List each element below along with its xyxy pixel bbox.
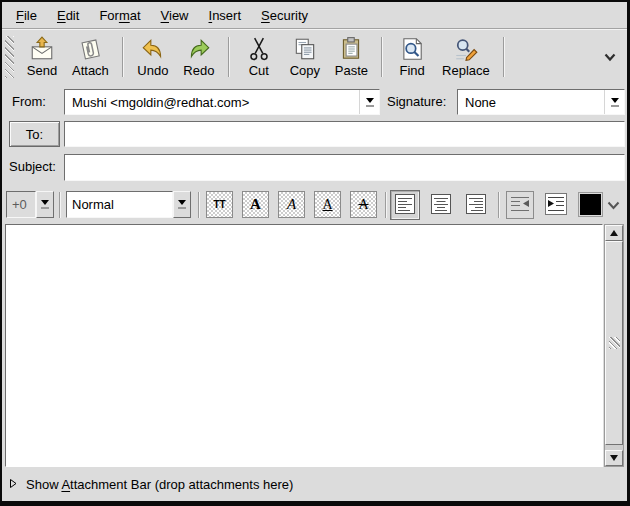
scroll-down-button[interactable] [605, 450, 623, 466]
font-size-selector[interactable]: +0 [6, 191, 54, 218]
italic-toggle[interactable]: A [278, 191, 305, 218]
font-size-dropdown-arrow-icon[interactable] [36, 191, 54, 218]
format-separator [498, 192, 500, 218]
menu-edit-label: Edit [57, 8, 79, 23]
copy-button[interactable]: Copy [282, 34, 328, 80]
menu-format-label: Format [99, 8, 140, 23]
find-icon [399, 36, 425, 62]
underline-toggle[interactable]: A [314, 191, 341, 218]
format-separator [198, 192, 200, 218]
menu-edit[interactable]: Edit [47, 5, 89, 26]
signature-label: Signature: [387, 89, 446, 115]
replace-icon [453, 36, 479, 62]
paragraph-style-dropdown-arrow-icon[interactable] [173, 191, 191, 218]
align-left-icon [395, 194, 415, 217]
menu-file[interactable]: File [6, 5, 47, 26]
menu-security[interactable]: Security [251, 5, 318, 26]
copy-label: Copy [290, 63, 320, 78]
subject-label: Subject: [9, 154, 56, 180]
bold-icon: A [250, 196, 261, 213]
paragraph-style-selector[interactable]: Normal [66, 191, 191, 218]
mail-compose-window: File Edit Format View Insert Security Se… [0, 0, 630, 506]
send-button[interactable]: Send [19, 34, 65, 80]
send-icon [29, 36, 55, 62]
font-color-button[interactable] [578, 192, 603, 217]
attach-label: Attach [72, 63, 109, 78]
typewriter-toggle[interactable]: TT [206, 191, 233, 218]
attach-icon [77, 36, 103, 62]
scrollbar-track[interactable] [605, 241, 623, 450]
unindent-button[interactable] [506, 191, 534, 219]
redo-label: Redo [183, 63, 214, 78]
toolbar-separator [122, 37, 124, 77]
signature-selector[interactable]: None [457, 89, 625, 115]
copy-icon [292, 36, 318, 62]
attachment-bar-label: Show Attachment Bar (drop attachments he… [26, 477, 293, 492]
subject-input[interactable] [64, 154, 625, 181]
menu-format[interactable]: Format [89, 5, 150, 26]
format-separator [59, 192, 61, 218]
toolbar-separator [381, 37, 383, 77]
to-button[interactable]: To: [9, 121, 60, 147]
paragraph-style-value: Normal [66, 191, 173, 218]
menubar: File Edit Format View Insert Security [2, 2, 627, 28]
menu-file-label: File [16, 8, 37, 23]
signature-dropdown-arrow-icon[interactable] [604, 90, 624, 114]
from-label: From: [12, 89, 46, 115]
toolbar-grip[interactable] [5, 36, 14, 78]
align-left-toggle[interactable] [390, 190, 420, 220]
redo-icon [186, 36, 212, 62]
attach-button[interactable]: Attach [65, 34, 116, 80]
undo-label: Undo [137, 63, 168, 78]
menu-insert[interactable]: Insert [199, 5, 252, 26]
paste-button[interactable]: Paste [328, 34, 375, 80]
strikethrough-icon: A [358, 197, 368, 213]
expander-triangle-icon[interactable] [9, 477, 18, 492]
toolbar-overflow-chevron-icon[interactable] [603, 52, 617, 62]
attachment-bar-toggle[interactable]: Show Attachment Bar (drop attachments he… [2, 470, 627, 498]
font-size-value: +0 [6, 191, 36, 218]
replace-button[interactable]: Replace [435, 34, 497, 80]
signature-value: None [458, 90, 604, 114]
indent-button[interactable] [542, 191, 570, 219]
toolbar-separator [503, 37, 505, 77]
to-input[interactable] [64, 121, 625, 147]
format-toolbar: +0 Normal TT A A A A [2, 186, 627, 224]
underline-icon: A [322, 197, 332, 213]
undo-button[interactable]: Undo [130, 34, 176, 80]
cut-button[interactable]: Cut [236, 34, 282, 80]
menu-view[interactable]: View [151, 5, 199, 26]
message-body[interactable] [5, 224, 603, 467]
from-selector[interactable]: Mushi <mgoldin@redhat.com> [64, 89, 380, 115]
menu-security-label: Security [261, 8, 308, 23]
scrollbar-thumb[interactable] [605, 241, 623, 445]
toolbar-separator [228, 37, 230, 77]
font-color-swatch [580, 194, 601, 215]
cut-icon [246, 36, 272, 62]
undo-icon [140, 36, 166, 62]
align-center-toggle[interactable] [426, 190, 456, 220]
strikethrough-toggle[interactable]: A [350, 191, 377, 218]
scroll-down-arrow-icon [610, 455, 618, 461]
align-right-toggle[interactable] [461, 190, 491, 220]
format-overflow-chevron-icon[interactable] [606, 199, 621, 214]
main-toolbar: Send Attach Undo Redo Cut Copy Paste [2, 30, 627, 84]
body-scrollbar[interactable] [604, 224, 624, 467]
format-separator [385, 192, 387, 218]
redo-button[interactable]: Redo [176, 34, 222, 80]
replace-label: Replace [442, 63, 490, 78]
send-label: Send [27, 63, 57, 78]
menu-view-label: View [161, 8, 189, 23]
from-dropdown-arrow-icon[interactable] [359, 90, 379, 114]
bold-toggle[interactable]: A [242, 191, 269, 218]
typewriter-icon: TT [213, 199, 225, 210]
scroll-up-button[interactable] [605, 225, 623, 241]
find-button[interactable]: Find [389, 34, 435, 80]
indent-icon [545, 193, 567, 218]
paste-icon [338, 36, 364, 62]
unindent-icon [509, 193, 531, 218]
align-center-icon [431, 194, 451, 217]
italic-icon: A [287, 196, 296, 213]
scrollbar-grip-icon [609, 337, 620, 349]
find-label: Find [399, 63, 424, 78]
